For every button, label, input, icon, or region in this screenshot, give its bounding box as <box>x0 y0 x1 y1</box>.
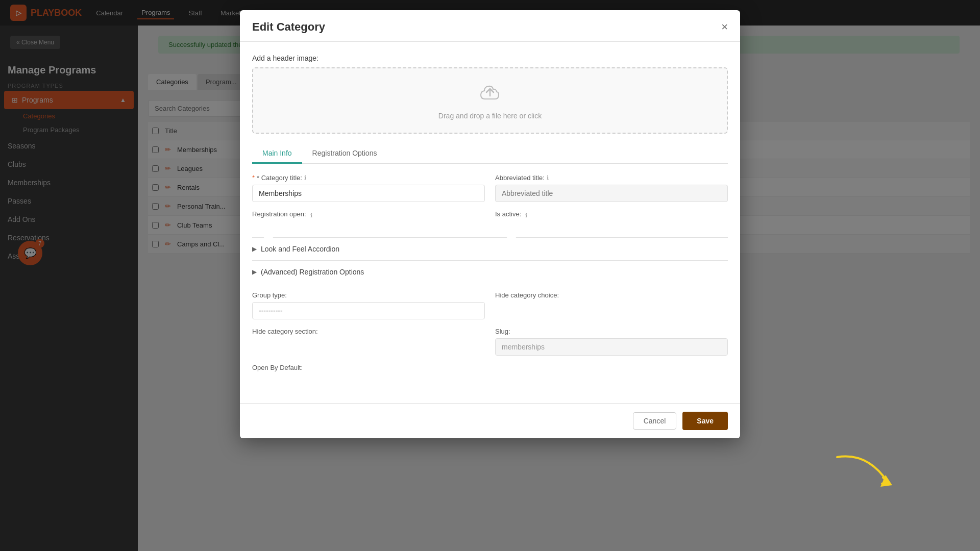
category-title-label: * * Category title: ℹ <box>252 174 485 182</box>
form-group-slug: Slug: <box>495 328 728 356</box>
slug-input[interactable] <box>495 338 728 356</box>
modal-header: Edit Category × <box>240 10 740 42</box>
advanced-row-1: Group type: ---------- Hide category cho… <box>252 291 728 319</box>
registration-open-row: Registration open: ℹ <box>252 210 485 221</box>
registration-open-info-icon: ℹ <box>310 212 312 219</box>
cancel-button[interactable]: Cancel <box>633 412 677 430</box>
abbreviated-title-input[interactable] <box>495 185 728 202</box>
form-group-hide-category-section: Hide category section: <box>252 328 485 356</box>
tab-registration-options[interactable]: Registration Options <box>302 144 387 164</box>
modal-overlay: Edit Category × Add a header image: Drag… <box>0 0 980 551</box>
form-group-category-title: * * Category title: ℹ <box>252 174 485 202</box>
advanced-registration-accordion: ▶ (Advanced) Registration Options <box>252 260 728 283</box>
look-and-feel-accordion: ▶ Look and Feel Accordion <box>252 237 728 260</box>
is-active-info-icon: ℹ <box>525 212 527 219</box>
upload-cloud-icon <box>477 82 503 107</box>
open-by-default-label: Open By Default: <box>252 364 485 371</box>
modal-tabs: Main Info Registration Options <box>252 144 728 164</box>
registration-open-label: Registration open: <box>252 210 306 218</box>
form-row-titles: * * Category title: ℹ Abbreviated title:… <box>252 174 728 202</box>
modal-body: Add a header image: Drag and drop a file… <box>240 42 740 403</box>
abbreviated-title-label: Abbreviated title: ℹ <box>495 174 728 182</box>
abbreviated-title-info-icon: ℹ <box>547 174 549 181</box>
accordion-arrow-icon: ▶ <box>252 245 257 253</box>
form-group-group-type: Group type: ---------- <box>252 291 485 319</box>
accordion-advanced-label: (Advanced) Registration Options <box>261 268 364 276</box>
upload-section-label: Add a header image: <box>252 54 728 62</box>
category-title-input[interactable] <box>252 185 485 202</box>
modal-close-button[interactable]: × <box>721 20 728 34</box>
form-group-open-by-default: Open By Default: <box>252 364 485 374</box>
required-star: * <box>252 174 255 182</box>
file-upload-area[interactable]: Drag and drop a file here or click <box>252 67 728 134</box>
group-type-select[interactable]: ---------- <box>252 302 485 319</box>
group-type-label: Group type: <box>252 291 485 299</box>
category-title-info-icon: ℹ <box>304 174 306 181</box>
modal-title: Edit Category <box>252 20 325 34</box>
form-group-registration-open: Registration open: ℹ <box>252 210 485 229</box>
save-button[interactable]: Save <box>682 412 728 430</box>
modal-footer: Cancel Save <box>240 403 740 438</box>
look-and-feel-header[interactable]: ▶ Look and Feel Accordion <box>252 245 728 253</box>
is-active-label: Is active: <box>495 210 521 218</box>
accordion-look-feel-label: Look and Feel Accordion <box>261 245 339 253</box>
advanced-section-content: Group type: ---------- Hide category cho… <box>252 283 728 391</box>
hide-category-section-label: Hide category section: <box>252 328 485 335</box>
upload-instructions: Drag and drop a file here or click <box>438 112 542 120</box>
form-group-empty <box>495 364 728 374</box>
edit-category-modal: Edit Category × Add a header image: Drag… <box>240 10 740 438</box>
tab-main-info[interactable]: Main Info <box>252 144 302 164</box>
is-active-row: Is active: ℹ <box>495 210 728 221</box>
form-group-hide-category-choice: Hide category choice: <box>495 291 728 319</box>
advanced-row-2: Hide category section: Slug: <box>252 328 728 356</box>
form-row-toggles: Registration open: ℹ Is active: ℹ <box>252 210 728 229</box>
form-group-abbreviated-title: Abbreviated title: ℹ <box>495 174 728 202</box>
advanced-registration-header[interactable]: ▶ (Advanced) Registration Options <box>252 268 728 276</box>
accordion-arrow-icon-2: ▶ <box>252 268 257 276</box>
hide-category-choice-label: Hide category choice: <box>495 291 728 299</box>
slug-label: Slug: <box>495 328 728 335</box>
advanced-row-3: Open By Default: <box>252 364 728 374</box>
form-group-is-active: Is active: ℹ <box>495 210 728 229</box>
